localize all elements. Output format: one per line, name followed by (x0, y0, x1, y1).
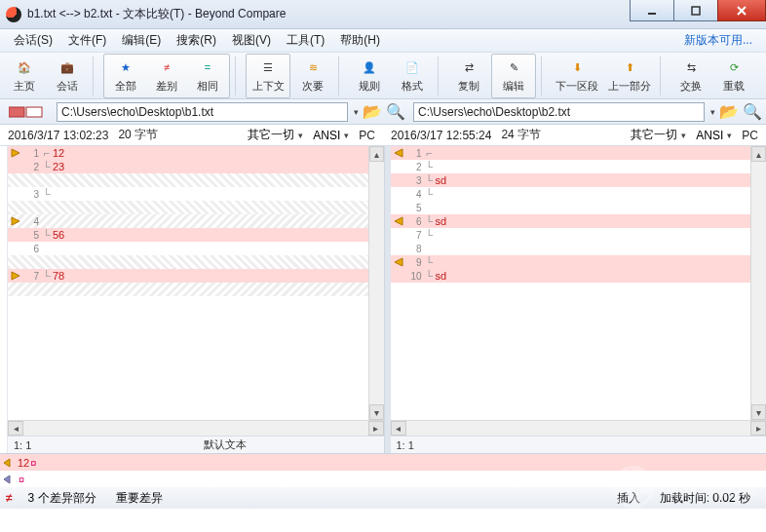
major-diff: 重要差异 (106, 490, 172, 507)
overview-indicator[interactable] (0, 105, 53, 119)
edit-button[interactable]: ✎编辑 (493, 56, 534, 96)
dropdown-icon[interactable]: ▾ (710, 107, 715, 117)
app-icon (6, 7, 21, 22)
update-link[interactable]: 新版本可用... (684, 32, 760, 49)
code-line[interactable]: 7└78 (8, 269, 384, 283)
copy-icon: ⇄ (465, 57, 474, 77)
window-title: b1.txt <--> b2.txt - 文本比较(T) - Beyond Co… (27, 6, 286, 22)
menu-item[interactable]: 会话(S) (6, 31, 60, 49)
open-folder-icon[interactable]: 📂 (363, 102, 382, 122)
open-folder-icon[interactable]: 📂 (719, 102, 739, 122)
context-button[interactable]: ☰上下文 (248, 56, 288, 96)
menu-item[interactable]: 编辑(E) (114, 31, 169, 49)
code-line[interactable]: 4 (8, 214, 384, 228)
code-line[interactable]: 2└ (391, 160, 767, 173)
horizontal-scrollbar[interactable]: ◂▸ (391, 420, 767, 436)
path-row: ▾ 📂 🔍 ▾ 📂 🔍 (0, 99, 766, 125)
code-line[interactable] (8, 173, 384, 187)
menubar: 会话(S)文件(F)编辑(E)搜索(R)视图(V)工具(T)帮助(H) 新版本可… (0, 29, 766, 53)
rules-button[interactable]: 👤规则 (349, 56, 390, 96)
code-line[interactable]: 5 (391, 201, 767, 214)
diff-button[interactable]: ≠差别 (146, 56, 187, 96)
code-line[interactable]: 5└56 (8, 228, 384, 242)
menu-item[interactable]: 文件(F) (60, 31, 114, 49)
dropdown-icon[interactable]: ▾ (354, 107, 359, 117)
merge-line[interactable] (0, 471, 766, 487)
code-line[interactable]: 4└ (391, 187, 767, 201)
code-line[interactable]: 8 (391, 242, 767, 255)
merge-view: 12 (0, 454, 766, 487)
folder-icon: 💼 (60, 57, 74, 77)
session-button[interactable]: 💼会话 (47, 56, 88, 96)
svg-marker-12 (4, 459, 10, 467)
copy-button[interactable]: ⇄复制 (448, 56, 489, 96)
vertical-scrollbar[interactable]: ▴▾ (750, 146, 766, 420)
merge-line[interactable]: 12 (0, 454, 766, 471)
code-line[interactable]: 6└sd (391, 214, 767, 228)
code-line[interactable]: 1⌐12 (8, 146, 384, 160)
encoding-dropdown[interactable]: ANSI▾ (313, 129, 349, 142)
not-equal-icon: ≠ (6, 491, 13, 505)
svg-rect-4 (9, 107, 24, 117)
close-button[interactable] (717, 0, 766, 21)
browse-icon[interactable]: 🔍 (743, 102, 762, 122)
left-text[interactable]: 1⌐122└233└45└5667└78 (8, 146, 384, 420)
svg-marker-11 (395, 258, 402, 266)
left-pane: 1⌐122└233└45└5667└78 ▴▾ ◂▸ 1: 1默认文本 (8, 146, 385, 453)
same-button[interactable]: =相同 (187, 56, 228, 96)
browse-icon[interactable]: 🔍 (386, 102, 405, 122)
svg-marker-13 (4, 475, 10, 483)
code-line[interactable]: 9└ (391, 255, 767, 269)
reload-button[interactable]: ⟳重载 (713, 56, 754, 96)
toolbar: 🏠主页 💼会话 ★全部 ≠差别 =相同 ☰上下文 ≋次要 👤规则 📄格式 ⇄复制… (0, 53, 766, 99)
code-line[interactable] (8, 283, 384, 296)
code-line[interactable] (8, 201, 384, 214)
minimize-button[interactable] (630, 0, 674, 21)
minor-button[interactable]: ≋次要 (292, 56, 333, 96)
menu-item[interactable]: 工具(T) (279, 31, 332, 49)
right-pane: 1⌐2└3└sd4└56└sd7└89└10└sd ▴▾ ◂▸ 1: 1 (391, 146, 767, 453)
right-path-input[interactable] (413, 102, 705, 122)
extra-dropdown[interactable]: 其它一切▾ (248, 127, 303, 143)
code-line[interactable]: 3└sd (391, 173, 767, 187)
prev-section-button[interactable]: ⬆上一部分 (604, 56, 655, 96)
svg-marker-6 (12, 149, 19, 157)
vertical-scrollbar[interactable]: ▴▾ (368, 146, 384, 420)
maximize-button[interactable] (673, 0, 718, 21)
encoding-dropdown[interactable]: ANSI▾ (696, 129, 732, 142)
all-button[interactable]: ★全部 (105, 56, 146, 96)
filter-group: ★全部 ≠差别 =相同 (103, 54, 230, 98)
window-controls (631, 0, 766, 21)
format-icon: 📄 (405, 57, 419, 77)
code-line[interactable]: 6 (8, 242, 384, 255)
titlebar: b1.txt <--> b2.txt - 文本比较(T) - Beyond Co… (0, 0, 766, 29)
menu-item[interactable]: 帮助(H) (332, 31, 388, 49)
code-line[interactable]: 2└23 (8, 160, 384, 173)
menu-item[interactable]: 搜索(R) (169, 31, 224, 49)
swap-button[interactable]: ⇆交换 (670, 56, 711, 96)
insert-mode: 插入 (607, 490, 650, 507)
format-button[interactable]: 📄格式 (392, 56, 433, 96)
reload-icon: ⟳ (730, 57, 739, 77)
left-path-input[interactable] (57, 102, 348, 122)
right-info: 2016/3/17 12:55:24 24 字节 其它一切▾ ANSI▾ PC (383, 127, 766, 143)
menu-item[interactable]: 视图(V) (224, 31, 279, 49)
left-pane-status: 1: 1默认文本 (8, 436, 384, 453)
edit-icon: ✎ (510, 57, 518, 77)
home-button[interactable]: 🏠主页 (4, 56, 45, 96)
svg-marker-8 (12, 272, 19, 280)
code-line[interactable] (8, 255, 384, 269)
code-line[interactable]: 10└sd (391, 269, 767, 283)
diff-count: 3 个差异部分 (19, 490, 106, 507)
right-text[interactable]: 1⌐2└3└sd4└56└sd7└89└10└sd (391, 146, 767, 420)
svg-rect-1 (692, 7, 700, 15)
code-line[interactable]: 7└ (391, 228, 767, 242)
left-info: 2016/3/17 13:02:23 20 字节 其它一切▾ ANSI▾ PC (0, 127, 383, 143)
code-line[interactable]: 3└ (8, 187, 384, 201)
code-line[interactable]: 1⌐ (391, 146, 767, 160)
svg-rect-5 (26, 107, 42, 117)
swap-icon: ⇆ (687, 57, 696, 77)
horizontal-scrollbar[interactable]: ◂▸ (8, 420, 384, 436)
extra-dropdown[interactable]: 其它一切▾ (631, 127, 686, 143)
next-section-button[interactable]: ⬇下一区段 (552, 56, 602, 96)
